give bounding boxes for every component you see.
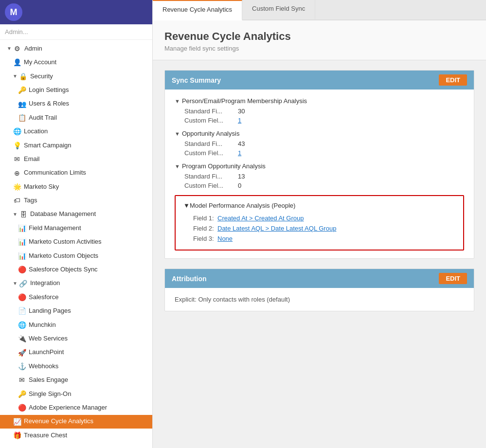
toggle-integration: ▼: [13, 280, 18, 287]
sidebar-item-smart-campaign[interactable]: 💡Smart Campaign: [0, 139, 152, 152]
tab-bar: Revenue Cycle AnalyticsCustom Field Sync: [153, 0, 486, 20]
sidebar-item-adobe-experience-manager[interactable]: 🔴Adobe Experience Manager: [0, 401, 152, 414]
analysis-fields-person-email-program: Standard Fi...30Custom Fiel...1: [175, 107, 464, 125]
analysis-section-person-email-program: ▼ Person/Email/Program Membership Analys…: [175, 97, 464, 125]
integration-icon: 🔗: [19, 278, 28, 289]
sidebar-item-database-management[interactable]: ▼🗄Database Management: [0, 208, 152, 221]
field-label-opportunity-analysis-0: Standard Fi...: [184, 140, 238, 147]
sidebar-item-my-account[interactable]: 👤My Account: [0, 55, 152, 69]
field-management-icon: 📊: [18, 223, 26, 233]
sidebar-item-integration[interactable]: ▼🔗Integration: [0, 277, 152, 290]
munchkin-icon: 🌐: [18, 320, 26, 330]
analysis-section-program-opportunity-analysis: ▼ Program Opportunity AnalysisStandard F…: [175, 162, 464, 190]
sidebar-item-marketo-custom-activities[interactable]: 📊Marketo Custom Activities: [0, 235, 152, 249]
sidebar-item-audit-trail[interactable]: 📋Audit Trail: [0, 111, 152, 125]
model-field-label-2: Field 3:: [183, 235, 217, 242]
sidebar-label-marketo-custom-objects: Marketo Custom Objects: [29, 251, 98, 261]
sidebar-label-my-account: My Account: [24, 57, 56, 68]
sidebar-item-marketo-sky[interactable]: 🌟Marketo Sky: [0, 180, 152, 194]
sidebar-item-launchpoint[interactable]: 🚀LaunchPoint: [0, 346, 152, 359]
field-value-program-opportunity-analysis-1: 0: [238, 182, 241, 189]
sidebar-label-field-management: Field Management: [29, 223, 81, 233]
sidebar-item-tags[interactable]: 🏷Tags: [0, 194, 152, 207]
sidebar-item-users-roles[interactable]: 👥Users & Roles: [0, 97, 152, 111]
field-value-opportunity-analysis-1[interactable]: 1: [238, 149, 241, 157]
sidebar-item-admin[interactable]: ▼⚙Admin: [0, 42, 152, 55]
tab-revenue-cycle-analytics[interactable]: Revenue Cycle Analytics: [153, 0, 242, 20]
field-link-person-email-program-1[interactable]: 1: [238, 117, 241, 124]
sidebar-item-single-sign-on[interactable]: 🔑Single Sign-On: [0, 387, 152, 401]
sidebar-item-location[interactable]: 🌐Location: [0, 125, 152, 138]
field-row-person-email-program-1: Custom Fiel...1: [184, 116, 464, 125]
sidebar-label-users-roles: Users & Roles: [29, 99, 69, 109]
analysis-fields-program-opportunity-analysis: Standard Fi...13Custom Fiel...0: [175, 172, 464, 190]
field-row-program-opportunity-analysis-1: Custom Fiel...0: [184, 181, 464, 190]
collapse-icon-opportunity-analysis[interactable]: ▼: [175, 131, 180, 137]
model-field-row-1: Field 2:Date Latest AQL > Date Latest AQ…: [183, 223, 455, 233]
sidebar-label-treasure-chest: Treasure Chest: [24, 430, 67, 441]
model-field-value-1[interactable]: Date Latest AQL > Date Latest AQL Group: [217, 225, 336, 232]
analysis-title-program-opportunity-analysis: ▼ Program Opportunity Analysis: [175, 162, 464, 170]
sidebar-item-webhooks[interactable]: ⚓Webhooks: [0, 359, 152, 373]
sidebar-label-marketo-custom-activities: Marketo Custom Activities: [29, 237, 102, 247]
admin-icon: ⚙: [13, 43, 22, 54]
attribution-edit-button[interactable]: EDIT: [439, 273, 467, 284]
sidebar-item-sales-engage[interactable]: ✉Sales Engage: [0, 373, 152, 387]
sidebar-label-location: Location: [24, 126, 48, 137]
field-link-opportunity-analysis-1[interactable]: 1: [238, 149, 241, 157]
field-row-opportunity-analysis-1: Custom Fiel...1: [184, 148, 464, 158]
treasure-chest-icon: 🎁: [13, 430, 21, 441]
collapse-icon-program-opportunity-analysis[interactable]: ▼: [175, 163, 180, 169]
users-roles-icon: 👥: [18, 99, 26, 109]
salesforce-icon: 🔴: [18, 292, 26, 303]
field-label-program-opportunity-analysis-1: Custom Fiel...: [184, 182, 238, 189]
sidebar-item-salesforce[interactable]: 🔴Salesforce: [0, 290, 152, 304]
sync-summary-edit-button[interactable]: EDIT: [439, 74, 467, 86]
model-collapse-icon[interactable]: ▼: [183, 202, 190, 209]
model-field-link-0[interactable]: Created At > Created At Group: [217, 215, 304, 222]
sidebar-label-security: Security: [30, 72, 53, 82]
model-field-link-1[interactable]: Date Latest AQL > Date Latest AQL Group: [217, 225, 336, 232]
sidebar-item-login-settings[interactable]: 🔑Login Settings: [0, 83, 152, 97]
model-field-link-2[interactable]: None: [217, 235, 233, 242]
toggle-admin: ▼: [7, 45, 12, 53]
sidebar-label-adobe-experience-manager: Adobe Experience Manager: [29, 403, 107, 413]
sidebar-label-integration: Integration: [30, 278, 60, 288]
sidebar-item-security[interactable]: ▼🔒Security: [0, 70, 152, 83]
audit-trail-icon: 📋: [18, 112, 26, 123]
model-field-value-0[interactable]: Created At > Created At Group: [217, 215, 304, 222]
sidebar-item-munchkin[interactable]: 🌐Munchkin: [0, 318, 152, 332]
sidebar-label-smart-campaign: Smart Campaign: [24, 141, 72, 151]
revenue-cycle-analytics-icon: 📈: [13, 416, 21, 427]
sync-summary-header: Sync Summary EDIT: [165, 71, 474, 90]
sidebar-label-munchkin: Munchkin: [29, 320, 56, 330]
sidebar-item-email[interactable]: ✉Email: [0, 152, 152, 166]
sidebar-item-web-services[interactable]: 🔌Web Services: [0, 332, 152, 345]
sidebar-item-communication-limits[interactable]: ⊕Communication Limits: [0, 166, 152, 180]
communication-limits-icon: ⊕: [13, 168, 21, 179]
attribution-card: Attribution EDIT Explicit: Only contacts…: [164, 269, 474, 311]
attribution-title: Attribution: [172, 275, 207, 283]
field-value-person-email-program-1[interactable]: 1: [238, 117, 241, 124]
sidebar-label-admin: Admin: [24, 44, 42, 54]
marketo-custom-activities-icon: 📊: [18, 236, 26, 247]
sidebar-item-salesforce-objects-sync[interactable]: 🔴Salesforce Objects Sync: [0, 263, 152, 276]
field-label-person-email-program-1: Custom Fiel...: [184, 117, 238, 124]
sidebar-label-web-services: Web Services: [29, 334, 68, 344]
sidebar: M Admin... ▼⚙Admin👤My Account▼🔒Security🔑…: [0, 0, 153, 448]
field-label-opportunity-analysis-1: Custom Fiel...: [184, 149, 238, 157]
sidebar-item-landing-pages[interactable]: 📄Landing Pages: [0, 304, 152, 318]
sidebar-search: Admin...: [0, 24, 152, 40]
sidebar-label-salesforce-objects-sync: Salesforce Objects Sync: [29, 265, 98, 275]
sidebar-item-field-management[interactable]: 📊Field Management: [0, 221, 152, 235]
collapse-icon-person-email-program[interactable]: ▼: [175, 98, 180, 104]
adobe-experience-manager-icon: 🔴: [18, 402, 26, 413]
sidebar-item-marketo-custom-objects[interactable]: 📊Marketo Custom Objects: [0, 249, 152, 263]
model-field-value-2[interactable]: None: [217, 235, 233, 242]
sidebar-label-webhooks: Webhooks: [29, 361, 58, 372]
sidebar-item-treasure-chest[interactable]: 🎁Treasure Chest: [0, 429, 152, 442]
page-header: Revenue Cycle Analytics Manage field syn…: [153, 20, 486, 60]
sidebar-label-database-management: Database Management: [30, 209, 96, 219]
tab-custom-field-sync[interactable]: Custom Field Sync: [242, 0, 315, 19]
sidebar-item-revenue-cycle-analytics[interactable]: 📈Revenue Cycle Analytics: [0, 415, 152, 429]
